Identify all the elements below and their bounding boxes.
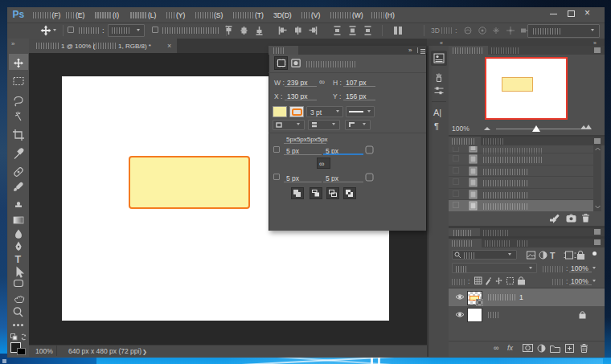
svg-text:T: T <box>15 254 22 265</box>
svg-text:T: T <box>550 251 556 260</box>
